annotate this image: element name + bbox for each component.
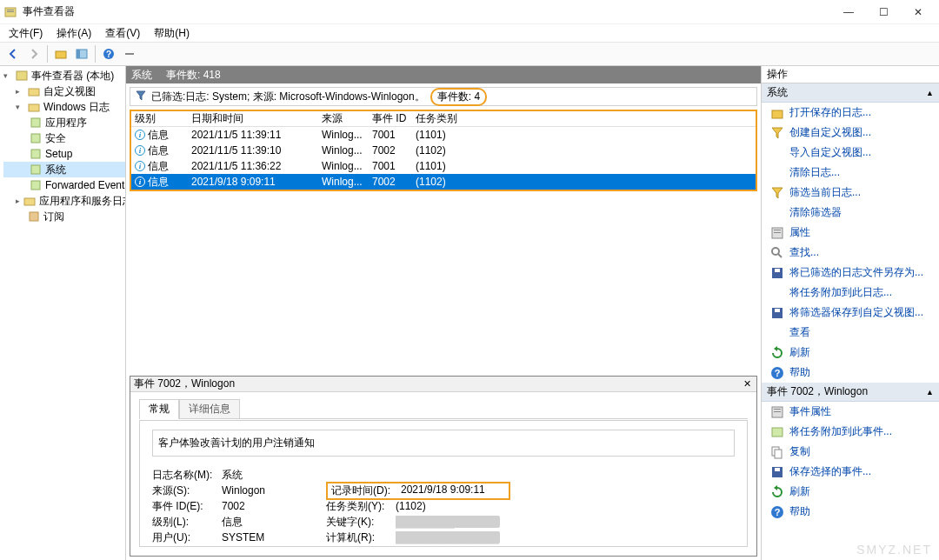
action-label: 查找... — [789, 245, 819, 260]
cell-task: (1101) — [412, 129, 464, 141]
center-pane: 系统 事件数: 418 已筛选:日志: System; 来源: Microsof… — [126, 66, 761, 560]
menu-action[interactable]: 操作(A) — [51, 25, 97, 42]
filter-text: 已筛选:日志: System; 来源: Microsoft-Windows-Wi… — [151, 90, 425, 104]
menu-help[interactable]: 帮助(H) — [149, 25, 195, 42]
tree-label: 安全 — [45, 131, 66, 146]
collapse-icon[interactable]: ▲ — [926, 89, 934, 97]
action-label: 复制 — [789, 444, 810, 459]
tab-general[interactable]: 常规 — [139, 399, 179, 419]
action-item[interactable]: ?帮助 — [762, 363, 939, 383]
cell-date: 2021/11/5 11:39:11 — [188, 129, 318, 141]
action-item[interactable]: 筛选当前日志... — [762, 183, 939, 203]
col-level[interactable]: 级别 — [131, 111, 188, 126]
action-item[interactable]: 创建自定义视图... — [762, 123, 939, 143]
prop-icon — [770, 226, 784, 240]
svg-rect-2 — [7, 11, 14, 12]
help-button[interactable]: ? — [99, 44, 118, 63]
opcode-label: 操作代码(O): — [152, 546, 222, 548]
log-icon — [30, 163, 42, 176]
action-item[interactable]: 属性 — [762, 223, 939, 243]
table-row[interactable]: i信息2021/9/18 9:09:11Winlog...7002(1102) — [131, 174, 756, 190]
overflow-button[interactable] — [120, 44, 139, 63]
action-label: 事件属性 — [789, 404, 831, 419]
keyword-value: ████████ — [396, 516, 500, 528]
tree-forwarded-log[interactable]: Forwarded Events — [3, 177, 125, 193]
col-task[interactable]: 任务类别 — [412, 111, 464, 126]
tab-details[interactable]: 详细信息 — [179, 399, 240, 419]
close-button[interactable]: ✕ — [901, 0, 936, 24]
user-value: SYSTEM — [222, 531, 326, 543]
cell-date: 2021/9/18 9:09:11 — [188, 176, 318, 188]
cell-eventid: 7001 — [369, 160, 412, 172]
action-item[interactable]: 将任务附加到此日志... — [762, 283, 939, 303]
list-header: 级别 日期和时间 来源 事件 ID 任务类别 — [131, 111, 756, 127]
action-item[interactable]: 打开保存的日志... — [762, 103, 939, 123]
maximize-button[interactable]: ☐ — [866, 0, 901, 24]
table-row[interactable]: i信息2021/11/5 11:39:11Winlog...7001(1101) — [131, 127, 756, 143]
panel-button[interactable] — [72, 44, 91, 63]
action-item[interactable]: 清除日志... — [762, 163, 939, 183]
action-item[interactable]: ?帮助 — [762, 502, 939, 522]
action-item[interactable]: 刷新 — [762, 482, 939, 502]
find-icon — [770, 246, 784, 260]
svg-rect-32 — [774, 409, 781, 410]
separator — [95, 45, 96, 63]
tree-root[interactable]: ▾ 事件查看器 (本地) — [3, 68, 125, 83]
tree-security-log[interactable]: 安全 — [3, 130, 125, 146]
tree-subscriptions[interactable]: 订阅 — [3, 209, 125, 224]
table-row[interactable]: i信息2021/11/5 11:39:10Winlog...7002(1102) — [131, 143, 756, 158]
menu-view[interactable]: 查看(V) — [100, 25, 145, 42]
col-date[interactable]: 日期和时间 — [188, 111, 318, 126]
action-item[interactable]: 清除筛选器 — [762, 203, 939, 223]
table-row[interactable]: i信息2021/11/5 11:36:22Winlog...7001(1101) — [131, 158, 756, 174]
action-item[interactable]: 查找... — [762, 243, 939, 263]
action-item[interactable]: 导入自定义视图... — [762, 143, 939, 163]
tree-pane: ▾ 事件查看器 (本地) ▸ 自定义视图 ▾ Windows 日志 应用程序 安… — [0, 66, 126, 560]
col-eventid[interactable]: 事件 ID — [369, 111, 412, 126]
tree-app-log[interactable]: 应用程序 — [3, 115, 125, 130]
titlebar: 事件查看器 — ☐ ✕ — [0, 0, 939, 24]
svg-rect-18 — [30, 212, 38, 221]
action-item[interactable]: 复制 — [762, 442, 939, 462]
folder-icon — [28, 101, 40, 113]
action-item[interactable]: 将任务附加到此事件... — [762, 422, 939, 442]
svg-rect-11 — [29, 104, 39, 111]
filter-icon — [770, 126, 784, 140]
tree-custom-views[interactable]: ▸ 自定义视图 — [3, 83, 125, 99]
action-item[interactable]: 查看 — [762, 323, 939, 343]
expander-icon[interactable]: ▾ — [3, 71, 12, 80]
actions-section-system: 系统 ▲ — [762, 83, 939, 103]
col-source[interactable]: 来源 — [318, 111, 369, 126]
expander-icon[interactable]: ▸ — [16, 197, 20, 205]
tree-setup-log[interactable]: Setup — [3, 146, 125, 162]
detail-close-button[interactable]: ✕ — [741, 378, 753, 390]
tree-windows-logs[interactable]: ▾ Windows 日志 — [3, 99, 125, 115]
action-item[interactable]: 事件属性 — [762, 402, 939, 422]
action-item[interactable]: 将筛选器保存到自定义视图... — [762, 303, 939, 323]
tree-app-services[interactable]: ▸ 应用程序和服务日志 — [3, 193, 125, 209]
action-label: 将筛选器保存到自定义视图... — [789, 305, 923, 320]
action-item[interactable]: 保存选择的事件... — [762, 462, 939, 482]
menu-file[interactable]: 文件(F) — [3, 25, 48, 42]
refresh-icon — [770, 485, 784, 499]
center-header: 系统 事件数: 418 — [126, 66, 761, 83]
tree-root-label: 事件查看器 (本地) — [31, 69, 114, 83]
tree-system-log[interactable]: 系统 — [3, 162, 125, 177]
detail-body: 客户体验改善计划的用户注销通知 日志名称(M):系统 来源(S): Winlog… — [139, 420, 748, 547]
log-icon — [30, 179, 42, 191]
back-button[interactable] — [3, 44, 23, 63]
forward-button[interactable] — [24, 44, 43, 63]
svg-rect-8 — [125, 53, 134, 55]
detail-title: 事件 7002，Winlogon — [134, 377, 235, 391]
collapse-icon[interactable]: ▲ — [926, 388, 934, 397]
action-item[interactable]: 将已筛选的日志文件另存为... — [762, 263, 939, 283]
computer-value: ██████████████ — [396, 531, 500, 543]
expander-icon[interactable]: ▾ — [16, 103, 24, 111]
computer-label: 计算机(R): — [326, 530, 396, 545]
log-icon — [30, 117, 42, 129]
folder-button[interactable] — [51, 44, 70, 63]
action-item[interactable]: 刷新 — [762, 343, 939, 363]
cell-date: 2021/11/5 11:36:22 — [188, 160, 318, 172]
minimize-button[interactable]: — — [831, 0, 866, 24]
expander-icon[interactable]: ▸ — [16, 87, 24, 96]
